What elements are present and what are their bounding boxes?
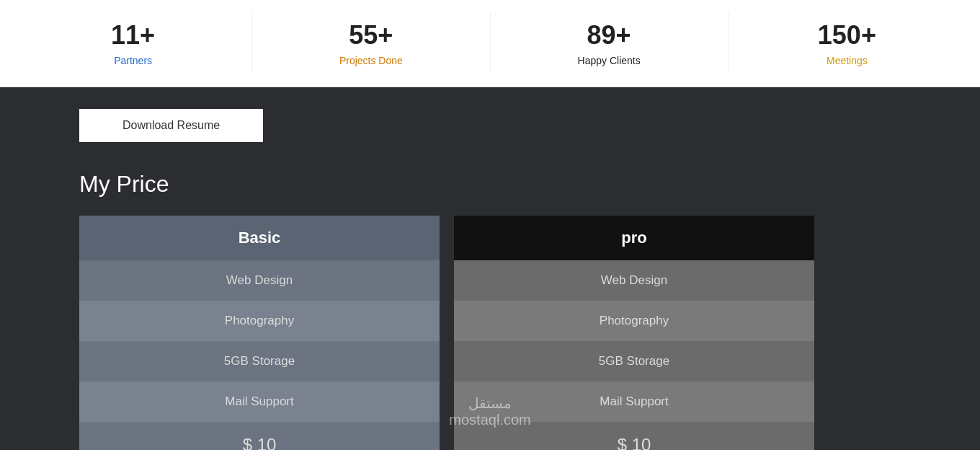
basic-header: Basic [79,216,440,260]
stat-label-projects: Projects Done [339,55,403,66]
pro-feature-4: Mail Support [454,381,814,422]
basic-price: $ 10 [79,422,440,450]
basic-feature-2: Photography [79,301,440,341]
basic-feature-1: Web Design [79,260,440,301]
download-resume-button[interactable]: Download Resume [79,109,263,142]
basic-feature-3: 5GB Storage [79,341,440,381]
pro-feature-1: Web Design [454,260,814,301]
stat-number-partners: 11+ [111,20,155,50]
stat-projects: 55+ Projects Done [252,13,490,74]
stat-number-clients: 89+ [587,20,631,50]
stat-label-meetings: Meetings [827,55,868,66]
stat-label-clients: Happy Clients [578,55,641,66]
pricing-card-pro: pro Web Design Photography 5GB Storage M… [454,216,814,450]
stat-label-partners: Partners [114,55,152,66]
stat-number-meetings: 150+ [818,20,876,50]
pricing-section-title: My Price [79,171,901,198]
stat-partners: 11+ Partners [14,13,252,74]
stat-meetings: 150+ Meetings [729,13,966,74]
basic-feature-4: Mail Support [79,381,440,422]
stats-bar: 11+ Partners 55+ Projects Done 89+ Happy… [0,0,980,87]
pro-price: $ 10 [454,422,814,450]
pro-feature-3: 5GB Storage [454,341,814,381]
pro-feature-2: Photography [454,301,814,341]
pricing-card-basic: Basic Web Design Photography 5GB Storage… [79,216,440,450]
stat-clients: 89+ Happy Clients [491,13,729,74]
pro-header: pro [454,216,814,260]
pricing-container: Basic Web Design Photography 5GB Storage… [79,216,901,450]
main-content: Download Resume My Price Basic Web Desig… [0,87,980,450]
stat-number-projects: 55+ [349,20,393,50]
